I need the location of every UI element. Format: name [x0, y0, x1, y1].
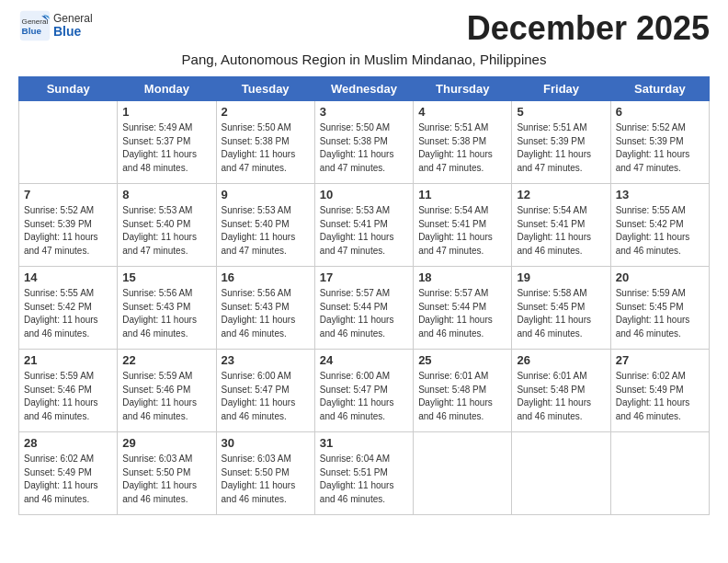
day-number: 6 — [616, 105, 704, 119]
calendar-week-2: 7Sunrise: 5:52 AM Sunset: 5:39 PM Daylig… — [19, 184, 710, 267]
svg-text:Blue: Blue — [22, 26, 42, 36]
calendar-cell — [610, 432, 709, 515]
calendar-cell: 26Sunrise: 6:01 AM Sunset: 5:48 PM Dayli… — [512, 350, 610, 432]
day-number: 5 — [517, 105, 605, 119]
day-info: Sunrise: 5:57 AM Sunset: 5:44 PM Dayligh… — [320, 287, 408, 340]
calendar-cell: 3Sunrise: 5:50 AM Sunset: 5:38 PM Daylig… — [314, 101, 413, 184]
day-number: 4 — [418, 105, 506, 119]
calendar-cell: 1Sunrise: 5:49 AM Sunset: 5:37 PM Daylig… — [118, 101, 216, 184]
day-info: Sunrise: 5:52 AM Sunset: 5:39 PM Dayligh… — [24, 204, 112, 258]
calendar-cell: 15Sunrise: 5:56 AM Sunset: 5:43 PM Dayli… — [118, 267, 216, 350]
month-title: December 2025 — [467, 9, 710, 48]
calendar-cell: 29Sunrise: 6:03 AM Sunset: 5:50 PM Dayli… — [118, 432, 216, 515]
calendar-cell: 30Sunrise: 6:03 AM Sunset: 5:50 PM Dayli… — [216, 432, 314, 515]
calendar-cell: 31Sunrise: 6:04 AM Sunset: 5:51 PM Dayli… — [314, 432, 413, 515]
calendar-cell: 2Sunrise: 5:50 AM Sunset: 5:38 PM Daylig… — [216, 101, 314, 184]
day-info: Sunrise: 5:59 AM Sunset: 5:46 PM Dayligh… — [122, 370, 210, 423]
day-number: 14 — [24, 270, 112, 284]
day-info: Sunrise: 5:54 AM Sunset: 5:41 PM Dayligh… — [517, 204, 605, 258]
day-info: Sunrise: 5:56 AM Sunset: 5:43 PM Dayligh… — [122, 287, 210, 340]
day-info: Sunrise: 5:56 AM Sunset: 5:43 PM Dayligh… — [222, 287, 310, 340]
header-wednesday: Wednesday — [314, 77, 413, 101]
calendar-cell: 19Sunrise: 5:58 AM Sunset: 5:45 PM Dayli… — [512, 267, 610, 350]
calendar-cell: 5Sunrise: 5:51 AM Sunset: 5:39 PM Daylig… — [512, 101, 610, 184]
calendar-cell: 24Sunrise: 6:00 AM Sunset: 5:47 PM Dayli… — [314, 350, 413, 432]
day-info: Sunrise: 6:03 AM Sunset: 5:50 PM Dayligh… — [222, 453, 310, 506]
day-number: 7 — [24, 188, 112, 201]
day-number: 18 — [418, 270, 506, 284]
day-info: Sunrise: 6:00 AM Sunset: 5:47 PM Dayligh… — [222, 370, 310, 423]
day-number: 10 — [320, 188, 408, 201]
header-tuesday: Tuesday — [216, 77, 314, 101]
calendar-cell: 4Sunrise: 5:51 AM Sunset: 5:38 PM Daylig… — [414, 101, 512, 184]
day-number: 1 — [122, 105, 210, 119]
day-number: 9 — [222, 188, 310, 201]
day-number: 29 — [122, 436, 210, 450]
calendar-cell: 13Sunrise: 5:55 AM Sunset: 5:42 PM Dayli… — [610, 184, 709, 267]
day-info: Sunrise: 6:03 AM Sunset: 5:50 PM Dayligh… — [122, 453, 210, 506]
calendar-cell: 21Sunrise: 5:59 AM Sunset: 5:46 PM Dayli… — [19, 350, 118, 432]
day-number: 8 — [122, 188, 210, 201]
calendar-week-3: 14Sunrise: 5:55 AM Sunset: 5:42 PM Dayli… — [19, 267, 710, 350]
header-saturday: Saturday — [610, 77, 709, 101]
day-number: 22 — [122, 353, 210, 367]
header-thursday: Thursday — [414, 77, 512, 101]
day-number: 16 — [222, 270, 310, 284]
calendar-cell — [414, 432, 512, 515]
day-info: Sunrise: 5:54 AM Sunset: 5:41 PM Dayligh… — [418, 204, 506, 258]
calendar-cell: 11Sunrise: 5:54 AM Sunset: 5:41 PM Dayli… — [414, 184, 512, 267]
header: General Blue General Blue December 2025 — [18, 9, 710, 48]
svg-text:General: General — [22, 17, 49, 26]
calendar-cell: 27Sunrise: 6:02 AM Sunset: 5:49 PM Dayli… — [610, 350, 709, 432]
day-number: 3 — [320, 105, 408, 119]
day-info: Sunrise: 5:49 AM Sunset: 5:37 PM Dayligh… — [122, 121, 210, 175]
day-info: Sunrise: 5:55 AM Sunset: 5:42 PM Dayligh… — [24, 287, 112, 340]
day-number: 24 — [320, 353, 408, 367]
calendar-week-5: 28Sunrise: 6:02 AM Sunset: 5:49 PM Dayli… — [19, 432, 710, 515]
calendar-cell — [512, 432, 610, 515]
day-info: Sunrise: 5:52 AM Sunset: 5:39 PM Dayligh… — [616, 121, 704, 175]
day-info: Sunrise: 5:59 AM Sunset: 5:46 PM Dayligh… — [24, 370, 112, 423]
day-number: 19 — [517, 270, 605, 284]
header-friday: Friday — [512, 77, 610, 101]
calendar-cell: 16Sunrise: 5:56 AM Sunset: 5:43 PM Dayli… — [216, 267, 314, 350]
header-monday: Monday — [118, 77, 216, 101]
day-info: Sunrise: 6:00 AM Sunset: 5:47 PM Dayligh… — [320, 370, 408, 423]
day-info: Sunrise: 5:55 AM Sunset: 5:42 PM Dayligh… — [616, 204, 704, 258]
day-info: Sunrise: 6:02 AM Sunset: 5:49 PM Dayligh… — [616, 370, 704, 423]
day-number: 12 — [517, 188, 605, 201]
logo-icon: General Blue — [18, 9, 51, 42]
day-number: 2 — [222, 105, 310, 119]
day-info: Sunrise: 5:53 AM Sunset: 5:41 PM Dayligh… — [320, 204, 408, 258]
calendar-cell: 9Sunrise: 5:53 AM Sunset: 5:40 PM Daylig… — [216, 184, 314, 267]
day-info: Sunrise: 6:01 AM Sunset: 5:48 PM Dayligh… — [517, 370, 605, 423]
calendar-cell: 22Sunrise: 5:59 AM Sunset: 5:46 PM Dayli… — [118, 350, 216, 432]
day-info: Sunrise: 5:51 AM Sunset: 5:39 PM Dayligh… — [517, 121, 605, 175]
calendar-cell: 7Sunrise: 5:52 AM Sunset: 5:39 PM Daylig… — [19, 184, 118, 267]
calendar-week-4: 21Sunrise: 5:59 AM Sunset: 5:46 PM Dayli… — [19, 350, 710, 432]
calendar-header: Sunday Monday Tuesday Wednesday Thursday… — [19, 77, 710, 101]
calendar-cell: 6Sunrise: 5:52 AM Sunset: 5:39 PM Daylig… — [610, 101, 709, 184]
calendar-cell: 28Sunrise: 6:02 AM Sunset: 5:49 PM Dayli… — [19, 432, 118, 515]
day-number: 26 — [517, 353, 605, 367]
logo: General Blue General Blue — [18, 9, 93, 42]
calendar-cell: 25Sunrise: 6:01 AM Sunset: 5:48 PM Dayli… — [414, 350, 512, 432]
header-sunday: Sunday — [19, 77, 118, 101]
day-number: 31 — [320, 436, 408, 450]
day-info: Sunrise: 5:53 AM Sunset: 5:40 PM Dayligh… — [222, 204, 310, 258]
calendar-cell: 8Sunrise: 5:53 AM Sunset: 5:40 PM Daylig… — [118, 184, 216, 267]
day-info: Sunrise: 5:51 AM Sunset: 5:38 PM Dayligh… — [418, 121, 506, 175]
day-info: Sunrise: 5:50 AM Sunset: 5:38 PM Dayligh… — [222, 121, 310, 175]
day-number: 30 — [222, 436, 310, 450]
calendar-cell: 18Sunrise: 5:57 AM Sunset: 5:44 PM Dayli… — [414, 267, 512, 350]
day-info: Sunrise: 5:59 AM Sunset: 5:45 PM Dayligh… — [616, 287, 704, 340]
logo-general-text: General — [53, 13, 93, 25]
calendar-cell — [19, 101, 118, 184]
day-number: 15 — [122, 270, 210, 284]
calendar-cell: 12Sunrise: 5:54 AM Sunset: 5:41 PM Dayli… — [512, 184, 610, 267]
calendar-cell: 23Sunrise: 6:00 AM Sunset: 5:47 PM Dayli… — [216, 350, 314, 432]
day-number: 27 — [616, 353, 704, 367]
day-number: 23 — [222, 353, 310, 367]
day-number: 21 — [24, 353, 112, 367]
day-info: Sunrise: 6:04 AM Sunset: 5:51 PM Dayligh… — [320, 453, 408, 506]
